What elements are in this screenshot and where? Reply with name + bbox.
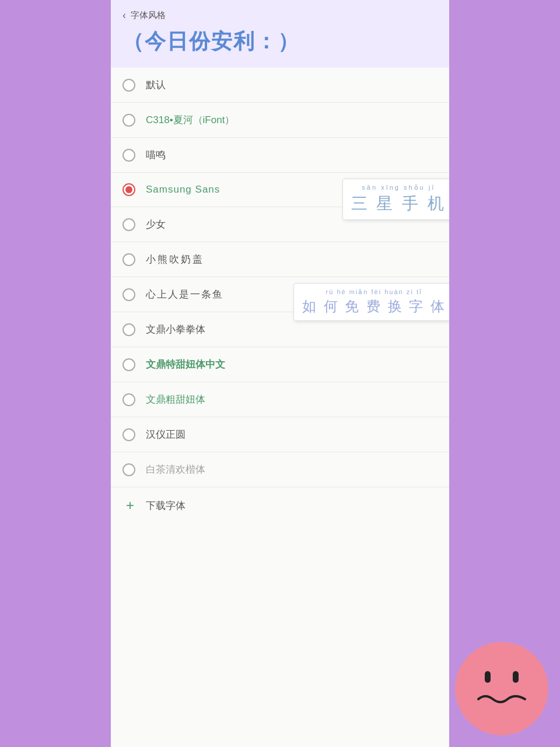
radio-default[interactable] (123, 79, 135, 92)
smiley-circle (455, 642, 548, 735)
font-list: 默认 C318•夏河（iFont） 喵鸣 Samsung Sans sān xī… (111, 68, 449, 747)
font-name-xiaoxiong: 小熊吹奶盖 (146, 253, 204, 266)
radio-samsung[interactable] (123, 183, 135, 196)
sticker-samsung-pinyin: sān xīng shǒu jī (351, 184, 446, 191)
sticker-samsung-chinese: 三 星 手 机 (351, 193, 446, 215)
back-arrow-icon: ‹ (123, 9, 126, 22)
sticker-howto-chinese: 如 何 免 费 换 字 体 (302, 297, 446, 316)
font-item-hanyi[interactable]: 汉仪正圆 (111, 417, 449, 452)
font-item-default[interactable]: 默认 (111, 68, 449, 103)
radio-miaoming[interactable] (123, 149, 135, 162)
font-item-xinshang[interactable]: 心上人是一条鱼 rú hé miǎn fèi huàn zì tǐ 如 何 免 … (111, 277, 449, 312)
phone-screen: ‹ 字体风格 （今日份安利：） 默认 C318•夏河（iFont） 喵鸣 Sam… (111, 0, 449, 747)
font-name-baicha: 白茶清欢楷体 (146, 463, 205, 476)
svg-rect-1 (513, 671, 519, 683)
radio-wending-quan[interactable] (123, 323, 135, 336)
font-name-hanyi: 汉仪正圆 (146, 428, 186, 441)
top-banner: ‹ 字体风格 （今日份安利：） (111, 0, 449, 68)
font-name-xinshang: 心上人是一条鱼 (146, 288, 223, 301)
font-name-wending-quan: 文鼎小拳拳体 (146, 323, 205, 336)
sticker-howto: rú hé miǎn fèi huàn zì tǐ 如 何 免 费 换 字 体 (293, 283, 449, 321)
font-name-c318: C318•夏河（iFont） (146, 113, 235, 127)
font-name-wending-tian: 文鼎特甜妞体中文 (146, 358, 225, 371)
download-item[interactable]: + 下载字体 (111, 487, 449, 523)
svg-rect-0 (485, 671, 491, 683)
radio-baicha[interactable] (123, 463, 135, 476)
font-name-wending-cu: 文鼎粗甜妞体 (146, 393, 205, 406)
promo-title: （今日份安利：） (123, 25, 438, 63)
font-name-default: 默认 (146, 78, 166, 92)
font-item-c318[interactable]: C318•夏河（iFont） (111, 103, 449, 138)
smiley-face-svg (470, 665, 534, 712)
smiley-decoration (455, 642, 548, 735)
radio-c318[interactable] (123, 114, 135, 127)
radio-wending-cu[interactable] (123, 393, 135, 406)
font-item-miaoming[interactable]: 喵鸣 (111, 138, 449, 173)
font-item-wending-tian[interactable]: 文鼎特甜妞体中文 (111, 347, 449, 382)
radio-xiaoxiong[interactable] (123, 253, 135, 266)
font-name-shaonv: 少女 (146, 218, 166, 231)
sticker-howto-pinyin: rú hé miǎn fèi huàn zì tǐ (302, 288, 446, 296)
radio-hanyi[interactable] (123, 428, 135, 441)
nav-back[interactable]: ‹ 字体风格 (123, 9, 438, 22)
nav-title: 字体风格 (131, 10, 166, 21)
radio-shaonv[interactable] (123, 218, 135, 231)
radio-wending-tian[interactable] (123, 358, 135, 371)
download-label: 下载字体 (146, 499, 186, 512)
font-item-xiaoxiong[interactable]: 小熊吹奶盖 (111, 242, 449, 277)
sticker-samsung: sān xīng shǒu jī 三 星 手 机 (342, 179, 449, 220)
radio-xinshang[interactable] (123, 288, 135, 301)
font-item-samsung[interactable]: Samsung Sans sān xīng shǒu jī 三 星 手 机 (111, 173, 449, 207)
font-name-miaoming: 喵鸣 (146, 148, 166, 162)
font-name-samsung: Samsung Sans (146, 184, 220, 196)
plus-icon: + (123, 498, 138, 513)
font-item-wending-cu[interactable]: 文鼎粗甜妞体 (111, 382, 449, 417)
font-item-baicha[interactable]: 白茶清欢楷体 (111, 452, 449, 487)
